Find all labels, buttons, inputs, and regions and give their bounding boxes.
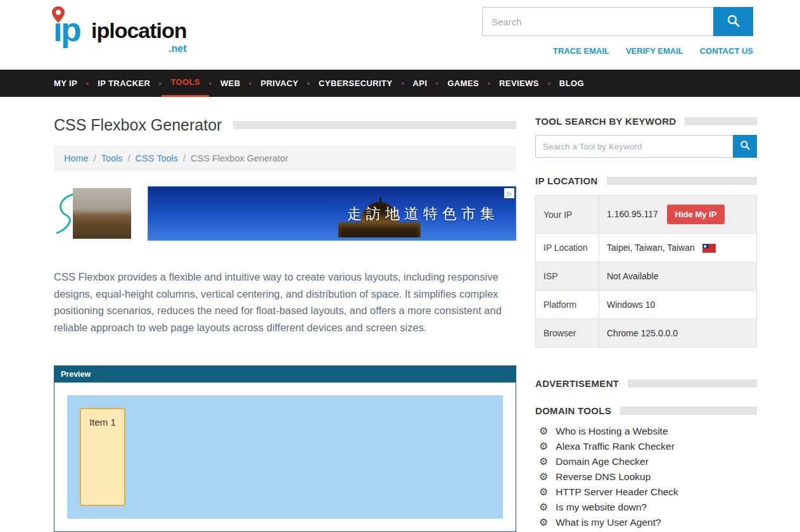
tool-search-heading-row: TOOL SEARCH BY KEYWORD — [535, 116, 757, 127]
ad-right-image: 走訪地道特色市集 ▷ — [148, 186, 516, 241]
logo-net-suffix: .net — [168, 43, 186, 54]
adchoices-icon[interactable]: ▷ — [504, 188, 514, 198]
domain-tool-link[interactable]: Who is Hosting a Website — [556, 426, 668, 437]
domain-tools-heading-row: DOMAIN TOOLS — [535, 405, 757, 416]
gear-icon: ⚙ — [539, 487, 548, 497]
gear-icon: ⚙ — [539, 502, 548, 512]
main-column: CSS Flexbox Generator Home/Tools/CSS Too… — [54, 116, 516, 532]
hide-my-ip-button[interactable]: Hide My IP — [667, 205, 725, 224]
breadcrumb-tools[interactable]: Tools — [101, 153, 123, 163]
list-item[interactable]: ⚙Alexa Traffic Rank Checker — [535, 439, 757, 454]
header-right: TRACE EMAIL VERIFY EMAIL CONTACT US — [482, 7, 753, 56]
verify-email-link[interactable]: VERIFY EMAIL — [626, 46, 683, 56]
preview-panel: Preview Item 1 — [54, 365, 516, 532]
ip-location-heading-row: IP LOCATION — [535, 175, 757, 186]
platform-value: Windows 10 — [599, 291, 757, 319]
nav-item-my-ip[interactable]: MY IP — [45, 70, 86, 97]
tool-search-input[interactable] — [535, 135, 733, 158]
isp-value: Not Available — [599, 262, 757, 291]
search-icon — [727, 14, 740, 30]
domain-tools-list: ⚙Who is Hosting a Website ⚙Alexa Traffic… — [535, 424, 757, 530]
list-item[interactable]: ⚙HTTP Server Header Check — [535, 484, 757, 500]
list-item[interactable]: ⚙What is my User Agent? — [535, 515, 757, 530]
ad-banner[interactable]: 走訪地道特色市集 ▷ — [54, 186, 516, 241]
table-row: Your IP 1.160.95.117 Hide My IP — [536, 196, 757, 234]
domain-tool-link[interactable]: HTTP Server Header Check — [556, 486, 678, 498]
gear-icon: ⚙ — [539, 472, 548, 482]
breadcrumb: Home/Tools/CSS Tools/CSS Flexbox Generat… — [54, 146, 516, 171]
table-row: IP Location Taipei, Taiwan, Taiwan — [536, 234, 757, 262]
flex-preview-container: Item 1 — [67, 395, 503, 519]
ip-row-value-cell: 1.160.95.117 Hide My IP — [599, 196, 757, 234]
ip-row-label: IP Location — [536, 234, 599, 262]
domain-tool-link[interactable]: Is my website down? — [556, 502, 647, 513]
nav-item-cybersecurity[interactable]: CYBERSECURITY — [310, 70, 401, 97]
page-title: CSS Flexbox Generator — [54, 116, 222, 134]
ad-headline: 走訪地道特色市集 — [347, 204, 499, 224]
list-item[interactable]: ⚙Reverse DNS Lookup — [535, 469, 757, 484]
advertisement-heading: ADVERTISEMENT — [535, 378, 619, 389]
site-search-input[interactable] — [482, 7, 713, 36]
breadcrumb-separator: / — [183, 153, 186, 163]
taiwan-flag-icon — [702, 244, 716, 253]
nav-item-blog[interactable]: BLOG — [550, 70, 593, 97]
logo-text: iplocation .net — [91, 18, 187, 49]
domain-tool-link[interactable]: Alexa Traffic Rank Checker — [556, 441, 675, 452]
list-item[interactable]: ⚙Is my website down? — [535, 500, 757, 515]
browser-value: Chrome 125.0.0.0 — [599, 319, 757, 348]
table-row: Browser Chrome 125.0.0.0 — [536, 319, 757, 348]
domain-tools-heading: DOMAIN TOOLS — [535, 405, 611, 416]
table-row: Platform Windows 10 — [536, 291, 757, 319]
tool-search-button[interactable] — [733, 135, 757, 158]
contact-us-link[interactable]: CONTACT US — [700, 46, 753, 56]
list-item[interactable]: ⚙Who is Hosting a Website — [535, 424, 757, 439]
site-header: ip iplocation .net TRACE EMAIL VERIFY EM… — [0, 0, 800, 70]
nav-item-privacy[interactable]: PRIVACY — [251, 70, 307, 97]
advertisement-heading-row: ADVERTISEMENT — [535, 378, 757, 389]
tool-description: CSS Flexbox provides a flexible and intu… — [54, 269, 516, 336]
breadcrumb-css-tools[interactable]: CSS Tools — [136, 153, 178, 163]
gear-icon: ⚙ — [539, 441, 548, 452]
main-nav: MY IP IP TRACKER TOOLS WEB PRIVACY CYBER… — [0, 70, 800, 97]
list-item[interactable]: ⚙Domain Age Checker — [535, 454, 757, 469]
content: CSS Flexbox Generator Home/Tools/CSS Too… — [0, 97, 800, 532]
domain-tool-link[interactable]: Domain Age Checker — [556, 456, 648, 467]
logo-mark: ip — [53, 9, 90, 49]
ad-left-photo — [73, 188, 131, 239]
breadcrumb-current: CSS Flexbox Generator — [191, 153, 288, 163]
trace-email-link[interactable]: TRACE EMAIL — [553, 46, 609, 56]
nav-item-reviews[interactable]: REVIEWS — [490, 70, 548, 97]
ip-location-table: Your IP 1.160.95.117 Hide My IP IP Locat… — [535, 195, 757, 348]
domain-tool-link[interactable]: What is my User Agent? — [556, 517, 661, 528]
ip-row-value-cell: Taipei, Taiwan, Taiwan — [599, 234, 757, 262]
search-icon — [740, 140, 751, 153]
nav-item-ip-tracker[interactable]: IP TRACKER — [89, 70, 159, 97]
domain-tool-link[interactable]: Reverse DNS Lookup — [556, 471, 651, 483]
preview-body: Item 1 — [54, 383, 516, 531]
tool-search-heading: TOOL SEARCH BY KEYWORD — [535, 116, 676, 127]
site-search-button[interactable] — [713, 7, 753, 36]
ip-row-label: Platform — [536, 291, 599, 319]
nav-item-api[interactable]: API — [404, 70, 436, 97]
nav-item-tools[interactable]: TOOLS — [162, 70, 209, 97]
flex-item-1[interactable]: Item 1 — [80, 408, 125, 506]
breadcrumb-separator: / — [94, 153, 96, 163]
ip-location-heading: IP LOCATION — [535, 175, 598, 186]
header-links: TRACE EMAIL VERIFY EMAIL CONTACT US — [482, 46, 753, 56]
nav-item-games[interactable]: GAMES — [438, 70, 488, 97]
your-ip-value: 1.160.95.117 — [607, 209, 658, 219]
site-search — [482, 7, 753, 36]
ip-row-label: ISP — [536, 262, 599, 291]
preview-header-label: Preview — [54, 366, 516, 383]
title-row: CSS Flexbox Generator — [54, 116, 516, 134]
site-logo[interactable]: ip iplocation .net — [53, 9, 187, 49]
sidebar: TOOL SEARCH BY KEYWORD IP LOCATION Your … — [535, 116, 757, 532]
breadcrumb-home[interactable]: Home — [64, 153, 89, 163]
gear-icon: ⚙ — [539, 426, 548, 436]
tool-search — [535, 135, 757, 158]
ip-row-label: Browser — [536, 319, 599, 348]
table-row: ISP Not Available — [536, 262, 757, 291]
gear-icon: ⚙ — [539, 517, 548, 528]
nav-item-web[interactable]: WEB — [212, 70, 250, 97]
ip-location-value: Taipei, Taiwan, Taiwan — [607, 243, 695, 253]
